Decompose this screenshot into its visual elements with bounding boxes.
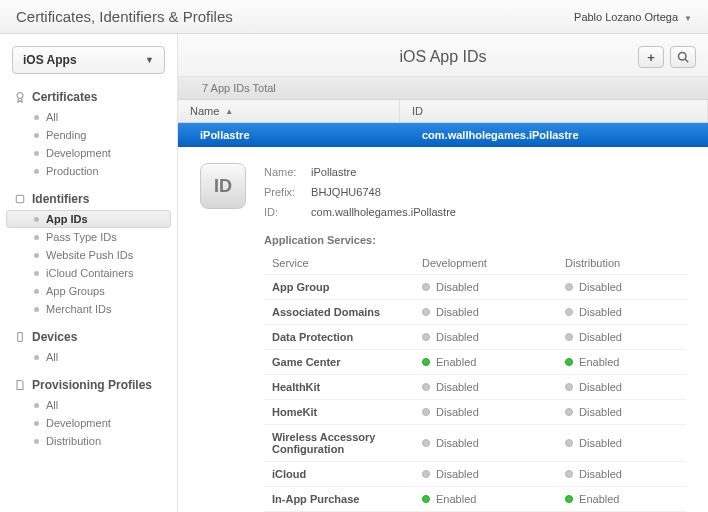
sidebar-item-app-groups[interactable]: App Groups bbox=[6, 282, 171, 300]
user-menu[interactable]: Pablo Lozano Ortega ▼ bbox=[574, 11, 692, 23]
services-title: Application Services: bbox=[264, 234, 686, 246]
sidebar-item-app-ids[interactable]: App IDs bbox=[6, 210, 171, 228]
status-badge: Disabled bbox=[565, 331, 678, 343]
bullet-icon bbox=[34, 355, 39, 360]
status-badge: Enabled bbox=[422, 493, 549, 505]
count-bar: 7 App IDs Total bbox=[178, 77, 708, 100]
nav-section-provisioning-profiles: Provisioning Profiles bbox=[0, 374, 177, 396]
sidebar-item-distribution[interactable]: Distribution bbox=[6, 432, 171, 450]
service-row: iCloudDisabledDisabled bbox=[264, 462, 686, 487]
status-badge: Disabled bbox=[565, 281, 678, 293]
svg-point-3 bbox=[679, 53, 687, 61]
bullet-icon bbox=[34, 151, 39, 156]
disabled-dot-icon bbox=[422, 439, 430, 447]
platform-select[interactable]: iOS Apps ▼ bbox=[12, 46, 165, 74]
enabled-dot-icon bbox=[565, 495, 573, 503]
bullet-icon bbox=[34, 235, 39, 240]
bullet-icon bbox=[34, 307, 39, 312]
disabled-dot-icon bbox=[422, 308, 430, 316]
disabled-dot-icon bbox=[422, 408, 430, 416]
column-name[interactable]: Name ▲ bbox=[178, 100, 400, 122]
service-row: Associated DomainsDisabledDisabled bbox=[264, 300, 686, 325]
service-name: HomeKit bbox=[264, 400, 414, 425]
nav-section-identifiers: Identifiers bbox=[0, 188, 177, 210]
service-row: Wireless Accessory ConfigurationDisabled… bbox=[264, 425, 686, 462]
service-name: App Group bbox=[264, 275, 414, 300]
content-header: iOS App IDs + bbox=[178, 34, 708, 77]
sort-asc-icon: ▲ bbox=[225, 107, 233, 116]
sidebar-item-pending[interactable]: Pending bbox=[6, 126, 171, 144]
disabled-dot-icon bbox=[422, 470, 430, 478]
add-button[interactable]: + bbox=[638, 46, 664, 68]
content-title: iOS App IDs bbox=[178, 48, 708, 66]
status-badge: Enabled bbox=[565, 356, 678, 368]
sidebar: iOS Apps ▼ CertificatesAllPendingDevelop… bbox=[0, 34, 178, 512]
page-title: Certificates, Identifiers & Profiles bbox=[16, 8, 233, 25]
status-badge: Disabled bbox=[565, 406, 678, 418]
app-meta: Name: iPollastre Prefix: BHJQHU6748 ID: … bbox=[264, 163, 456, 222]
status-badge: Enabled bbox=[565, 493, 678, 505]
table-row[interactable]: iPollastre com.wallholegames.iPollastre bbox=[178, 123, 708, 147]
enabled-dot-icon bbox=[565, 358, 573, 366]
search-button[interactable] bbox=[670, 46, 696, 68]
services-table: Service Development Distribution App Gro… bbox=[264, 252, 686, 512]
sidebar-item-production[interactable]: Production bbox=[6, 162, 171, 180]
service-row: In-App PurchaseEnabledEnabled bbox=[264, 487, 686, 512]
status-badge: Disabled bbox=[422, 437, 549, 449]
col-service: Service bbox=[264, 252, 414, 275]
sidebar-item-pass-type-ids[interactable]: Pass Type IDs bbox=[6, 228, 171, 246]
service-name: iCloud bbox=[264, 462, 414, 487]
bullet-icon bbox=[34, 169, 39, 174]
status-badge: Enabled bbox=[422, 356, 549, 368]
service-row: HealthKitDisabledDisabled bbox=[264, 375, 686, 400]
sidebar-item-all[interactable]: All bbox=[6, 108, 171, 126]
nav-section-certificates: Certificates bbox=[0, 86, 177, 108]
status-badge: Disabled bbox=[422, 468, 549, 480]
app-id-badge-icon: ID bbox=[200, 163, 246, 209]
user-name: Pablo Lozano Ortega bbox=[574, 11, 678, 23]
chevron-down-icon: ▼ bbox=[684, 14, 692, 23]
detail-panel: ID Name: iPollastre Prefix: BHJQHU6748 I… bbox=[178, 147, 708, 512]
status-badge: Disabled bbox=[422, 331, 549, 343]
service-name: Associated Domains bbox=[264, 300, 414, 325]
bullet-icon bbox=[34, 115, 39, 120]
disabled-dot-icon bbox=[565, 333, 573, 341]
enabled-dot-icon bbox=[422, 358, 430, 366]
bullet-icon bbox=[34, 133, 39, 138]
service-row: App GroupDisabledDisabled bbox=[264, 275, 686, 300]
status-badge: Disabled bbox=[565, 468, 678, 480]
status-badge: Disabled bbox=[422, 406, 549, 418]
status-badge: Disabled bbox=[565, 381, 678, 393]
bullet-icon bbox=[34, 253, 39, 258]
disabled-dot-icon bbox=[422, 383, 430, 391]
disabled-dot-icon bbox=[422, 333, 430, 341]
disabled-dot-icon bbox=[565, 308, 573, 316]
svg-line-4 bbox=[685, 59, 688, 62]
sidebar-item-icloud-containers[interactable]: iCloud Containers bbox=[6, 264, 171, 282]
sidebar-item-development[interactable]: Development bbox=[6, 144, 171, 162]
service-name: Wireless Accessory Configuration bbox=[264, 425, 414, 462]
svg-rect-1 bbox=[16, 195, 24, 203]
search-icon bbox=[677, 51, 689, 63]
service-row: Game CenterEnabledEnabled bbox=[264, 350, 686, 375]
sidebar-item-all[interactable]: All bbox=[6, 396, 171, 414]
col-distribution: Distribution bbox=[557, 252, 686, 275]
sidebar-item-website-push-ids[interactable]: Website Push IDs bbox=[6, 246, 171, 264]
disabled-dot-icon bbox=[565, 408, 573, 416]
service-name: Data Protection bbox=[264, 325, 414, 350]
nav-section-devices: Devices bbox=[0, 326, 177, 348]
chevron-down-icon: ▼ bbox=[145, 55, 154, 65]
cell-id: com.wallholegames.iPollastre bbox=[400, 123, 708, 147]
sidebar-item-development[interactable]: Development bbox=[6, 414, 171, 432]
disabled-dot-icon bbox=[565, 283, 573, 291]
sidebar-item-merchant-ids[interactable]: Merchant IDs bbox=[6, 300, 171, 318]
top-bar: Certificates, Identifiers & Profiles Pab… bbox=[0, 0, 708, 34]
disabled-dot-icon bbox=[565, 383, 573, 391]
cell-name: iPollastre bbox=[178, 123, 400, 147]
enabled-dot-icon bbox=[422, 495, 430, 503]
disabled-dot-icon bbox=[565, 439, 573, 447]
status-badge: Disabled bbox=[422, 306, 549, 318]
table-header: Name ▲ ID bbox=[178, 100, 708, 123]
column-id[interactable]: ID bbox=[400, 100, 708, 122]
sidebar-item-all[interactable]: All bbox=[6, 348, 171, 366]
